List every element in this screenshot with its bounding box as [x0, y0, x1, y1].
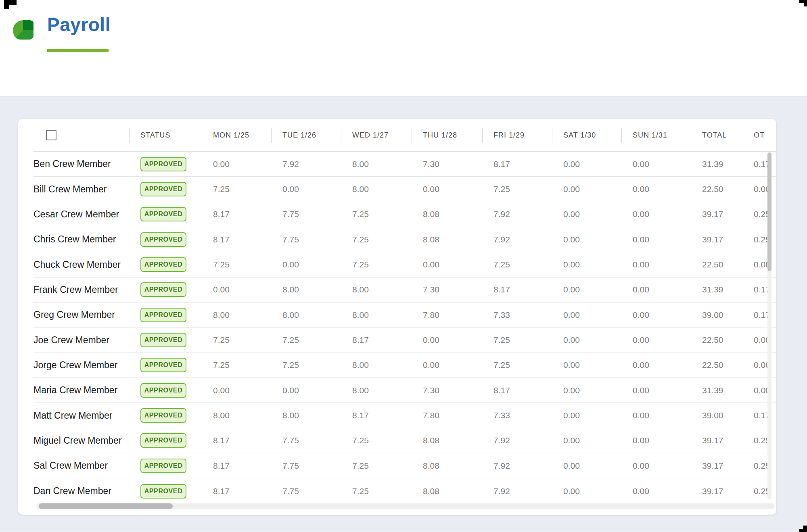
status-badge: APPROVED — [140, 383, 186, 398]
cell-sun-1-31: 0.00 — [621, 386, 691, 395]
table-row[interactable]: Jorge Crew MemberAPPROVED7.257.258.000.0… — [33, 353, 776, 378]
cell-total: 39.17 — [691, 209, 750, 219]
cell-sun-1-31: 0.00 — [621, 184, 691, 194]
cell-sat-1-30: 0.00 — [552, 159, 621, 169]
cell-tue-1-26: 7.92 — [271, 159, 341, 169]
cell-sat-1-30: 0.00 — [552, 209, 621, 219]
cell-total: 22.50 — [691, 335, 750, 345]
table-row[interactable]: Chuck Crew MemberAPPROVED7.250.007.250.0… — [33, 252, 776, 277]
cell-sun-1-31: 0.00 — [621, 260, 691, 269]
cell-fri-1-29: 7.92 — [482, 486, 552, 496]
employee-name: Joe Crew Member — [33, 335, 129, 346]
table-row[interactable]: Sal Crew MemberAPPROVED8.177.757.258.087… — [33, 453, 776, 478]
cell-sun-1-31: 0.00 — [621, 235, 691, 244]
cell-fri-1-29: 7.33 — [482, 310, 552, 320]
cell-sat-1-30: 0.00 — [552, 436, 621, 445]
cell-wed-1-27: 7.25 — [341, 486, 412, 496]
cell-fri-1-29: 7.33 — [482, 411, 552, 420]
crop-mark — [803, 526, 807, 532]
cell-tue-1-26: 8.00 — [271, 411, 341, 420]
column-header-sun-1-31: SUN 1/31 — [621, 119, 691, 151]
cell-mon-1-25: 8.17 — [202, 209, 271, 219]
vertical-scrollbar[interactable] — [767, 152, 771, 499]
cell-wed-1-27: 8.00 — [341, 360, 412, 370]
table-row[interactable]: Maria Crew MemberAPPROVED0.000.008.007.3… — [33, 378, 776, 403]
table-row[interactable]: Matt Crew MemberAPPROVED8.008.008.177.80… — [33, 403, 776, 428]
column-header-ot: OT — [750, 119, 776, 151]
horizontal-scrollbar[interactable] — [36, 503, 775, 509]
cell-total: 31.39 — [691, 386, 750, 395]
cell-wed-1-27: 7.25 — [341, 436, 412, 445]
table-body: Ben Crew MemberAPPROVED0.007.928.007.308… — [33, 152, 776, 504]
status-cell: APPROVED — [129, 157, 202, 171]
cell-fri-1-29: 8.17 — [482, 159, 552, 169]
table-row[interactable]: Frank Crew MemberAPPROVED0.008.008.007.3… — [33, 277, 776, 303]
cell-sun-1-31: 0.00 — [621, 159, 691, 169]
cell-tue-1-26: 0.00 — [271, 260, 341, 269]
cell-mon-1-25: 8.17 — [202, 486, 271, 496]
cell-ot: 0.25 — [750, 436, 776, 445]
leaf-logo-icon — [13, 18, 33, 42]
cell-sat-1-30: 0.00 — [552, 285, 621, 294]
cell-mon-1-25: 8.00 — [202, 411, 271, 420]
cell-ot: 0.25 — [750, 235, 776, 244]
table-row[interactable]: Chris Crew MemberAPPROVED8.177.757.258.0… — [33, 227, 776, 252]
cell-tue-1-26: 7.75 — [271, 461, 341, 471]
column-header-mon-1-25: MON 1/25 — [202, 119, 271, 151]
cell-thu-1-28: 7.30 — [412, 285, 482, 294]
table-row[interactable]: Cesar Crew MemberAPPROVED8.177.757.258.0… — [33, 202, 776, 227]
status-badge: APPROVED — [140, 207, 186, 221]
cell-thu-1-28: 8.08 — [412, 235, 482, 244]
cell-thu-1-28: 8.08 — [412, 436, 482, 445]
table-row[interactable]: Bill Crew MemberAPPROVED7.250.008.000.00… — [33, 177, 776, 202]
table-row[interactable]: Dan Crew MemberAPPROVED8.177.757.258.087… — [33, 478, 776, 503]
page-title: Payroll — [47, 14, 111, 35]
crop-mark — [4, 0, 17, 5]
cell-tue-1-26: 7.75 — [271, 436, 341, 445]
table-row[interactable]: Ben Crew MemberAPPROVED0.007.928.007.308… — [33, 152, 776, 177]
cell-sat-1-30: 0.00 — [552, 411, 621, 420]
cell-total: 39.00 — [691, 411, 750, 420]
cell-sat-1-30: 0.00 — [552, 386, 621, 395]
cell-wed-1-27: 8.00 — [341, 159, 412, 169]
cell-fri-1-29: 7.25 — [482, 184, 552, 194]
vertical-scrollbar-thumb[interactable] — [767, 152, 771, 271]
status-cell: APPROVED — [129, 257, 202, 272]
cell-fri-1-29: 7.25 — [482, 335, 552, 345]
cell-ot: 0.25 — [750, 209, 776, 219]
cell-total: 39.17 — [691, 436, 750, 445]
status-cell: APPROVED — [129, 333, 202, 347]
cell-sun-1-31: 0.00 — [621, 461, 691, 471]
cell-mon-1-25: 8.00 — [202, 310, 271, 320]
cell-mon-1-25: 0.00 — [202, 285, 271, 294]
horizontal-scrollbar-thumb[interactable] — [39, 503, 173, 509]
cell-ot: 0.00 — [750, 335, 776, 345]
cell-sun-1-31: 0.00 — [621, 209, 691, 219]
table-row[interactable]: Greg Crew MemberAPPROVED8.008.008.007.80… — [33, 303, 776, 328]
cell-tue-1-26: 0.00 — [271, 184, 341, 194]
cell-mon-1-25: 7.25 — [202, 184, 271, 194]
status-badge: APPROVED — [140, 157, 186, 171]
cell-total: 31.39 — [691, 159, 750, 169]
cell-sun-1-31: 0.00 — [621, 310, 691, 320]
table-row[interactable]: Miguel Crew MemberAPPROVED8.177.757.258.… — [33, 428, 776, 453]
cell-thu-1-28: 7.80 — [412, 411, 482, 420]
cell-wed-1-27: 8.17 — [341, 335, 412, 345]
status-cell: APPROVED — [129, 459, 202, 473]
status-badge: APPROVED — [140, 459, 186, 473]
select-all-checkbox[interactable] — [46, 130, 56, 140]
cell-sat-1-30: 0.00 — [552, 260, 621, 269]
cell-sun-1-31: 0.00 — [621, 360, 691, 370]
status-cell: APPROVED — [129, 232, 202, 247]
cell-fri-1-29: 8.17 — [482, 386, 552, 395]
table-row[interactable]: Joe Crew MemberAPPROVED7.257.258.170.007… — [33, 328, 776, 353]
column-header-wed-1-27: WED 1/27 — [341, 119, 412, 151]
crop-mark — [799, 0, 807, 3]
main-content: STATUSMON 1/25TUE 1/26WED 1/27THU 1/28FR… — [0, 96, 807, 532]
select-all-cell — [33, 119, 129, 151]
status-badge: APPROVED — [140, 333, 186, 347]
app-header: Payroll — [0, 0, 807, 55]
column-header-fri-1-29: FRI 1/29 — [482, 119, 552, 151]
status-badge: APPROVED — [140, 308, 186, 322]
cell-mon-1-25: 7.25 — [202, 260, 271, 269]
